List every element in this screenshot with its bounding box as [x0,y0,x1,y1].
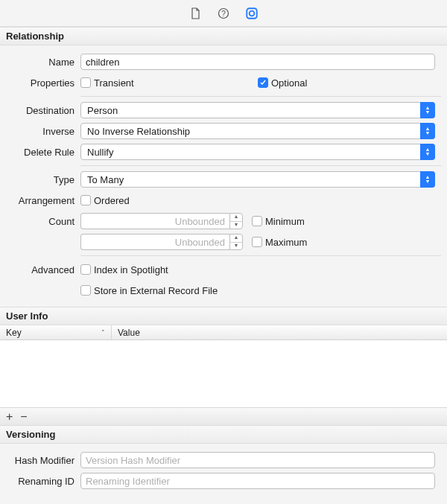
key-column-header[interactable]: Key ˄ [0,325,112,339]
type-label: Type [0,174,80,185]
maximum-label: Maximum [265,237,307,248]
transient-label: Transient [94,77,134,89]
remove-button[interactable]: − [20,411,27,423]
store-external-label: Store in External Record File [94,285,218,296]
name-label: Name [0,57,80,68]
sort-asc-icon: ˄ [101,329,111,336]
destination-value: Person [87,105,118,116]
minimum-checkbox[interactable] [252,216,262,226]
store-external-checkbox[interactable] [80,285,91,296]
delete-rule-label: Delete Rule [0,147,80,158]
optional-label: Optional [271,77,307,89]
divider [80,255,441,256]
key-header-label: Key [6,328,22,338]
delete-rule-value: Nullify [87,147,113,158]
count-label: Count [0,216,80,227]
ordered-checkbox[interactable] [80,195,91,205]
index-spotlight-label: Index in Spotlight [94,264,168,275]
inspector-toolbar: ? [0,0,447,27]
hash-modifier-field[interactable] [80,452,435,468]
count-min-input[interactable] [80,213,229,229]
type-value: To Many [87,174,124,185]
transient-checkbox[interactable] [80,77,91,88]
step-up-icon[interactable]: ▲ [230,235,242,243]
optional-checkbox[interactable] [258,77,268,88]
svg-rect-2 [247,8,257,19]
destination-select[interactable]: Person ▲▼ [80,102,435,118]
properties-label: Properties [0,77,80,89]
add-button[interactable]: + [6,411,13,423]
userinfo-buttons: + − [0,407,447,425]
hash-modifier-label: Hash Modifier [0,455,80,466]
count-min-stepper[interactable]: ▲▼ [80,213,243,229]
count-max-stepper[interactable]: ▲▼ [80,234,243,250]
file-icon[interactable] [188,7,202,20]
maximum-checkbox[interactable] [252,237,262,247]
index-spotlight-checkbox[interactable] [80,264,91,275]
step-up-icon[interactable]: ▲ [230,214,242,222]
inverse-value: No Inverse Relationship [87,126,190,137]
value-column-header[interactable]: Value [112,328,447,338]
userinfo-header: User Info [0,307,447,325]
arrangement-label: Arrangement [0,195,80,206]
renaming-id-label: Renaming ID [0,476,80,487]
divider [80,96,441,97]
svg-point-3 [250,10,255,16]
renaming-id-field[interactable] [80,473,435,489]
count-max-input[interactable] [80,234,229,250]
name-field[interactable] [80,54,435,70]
chevron-updown-icon: ▲▼ [420,171,435,188]
minimum-label: Minimum [265,216,305,227]
chevron-updown-icon: ▲▼ [420,144,435,160]
destination-label: Destination [0,105,80,116]
step-down-icon[interactable]: ▼ [230,222,242,229]
chevron-updown-icon: ▲▼ [420,123,435,139]
inverse-label: Inverse [0,126,80,137]
chevron-updown-icon: ▲▼ [420,102,435,118]
advanced-label: Advanced [0,264,80,275]
divider [80,165,441,166]
step-down-icon[interactable]: ▼ [230,243,242,250]
type-select[interactable]: To Many ▲▼ [80,171,435,188]
svg-text:?: ? [221,10,226,18]
ordered-label: Ordered [94,195,130,206]
delete-rule-select[interactable]: Nullify ▲▼ [80,144,435,160]
inspector-icon[interactable] [245,7,259,20]
help-icon[interactable]: ? [217,7,230,20]
userinfo-columns: Key ˄ Value [0,325,447,340]
relationship-header: Relationship [0,27,447,45]
userinfo-table[interactable] [0,340,447,407]
inverse-select[interactable]: No Inverse Relationship ▲▼ [80,123,435,139]
versioning-header: Versioning [0,425,447,444]
